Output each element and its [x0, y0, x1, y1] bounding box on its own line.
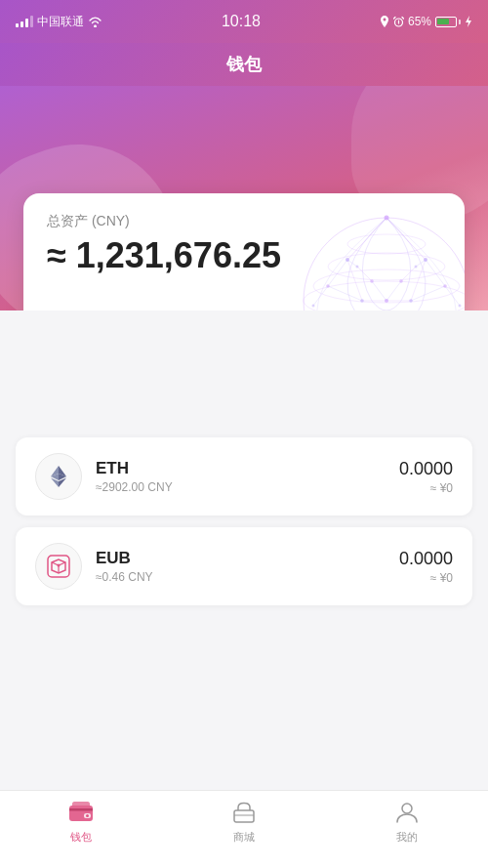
tab-shop[interactable]: 商城: [163, 799, 326, 845]
svg-line-22: [426, 260, 445, 286]
svg-line-26: [411, 260, 426, 301]
wallet-tab-label: 钱包: [70, 830, 92, 845]
svg-point-1: [304, 218, 465, 310]
battery-icon: [435, 17, 461, 27]
svg-rect-46: [69, 806, 93, 821]
eub-logo: [45, 553, 72, 580]
wallet-tab-icon: [67, 799, 95, 826]
eub-balance: 0.0000 ≈ ¥0: [399, 549, 453, 585]
alarm-icon: [393, 16, 404, 27]
status-bar: 中国联通 10:18 65%: [0, 0, 488, 43]
eth-amount: 0.0000: [399, 459, 453, 479]
battery-percent: 65%: [408, 15, 431, 28]
eub-symbol: EUB: [96, 549, 399, 568]
svg-line-29: [328, 286, 362, 301]
eth-price: ≈2902.00 CNY: [96, 480, 399, 494]
eth-cny: ≈ ¥0: [399, 481, 453, 495]
wifi-icon: [88, 17, 102, 27]
eub-info: EUB ≈0.46 CNY: [96, 549, 399, 584]
dome-decoration: [289, 193, 465, 310]
tab-wallet[interactable]: 钱包: [0, 799, 163, 845]
svg-point-49: [86, 814, 89, 817]
eth-logo: [45, 463, 72, 490]
tab-profile[interactable]: 我的: [325, 799, 488, 845]
svg-point-5: [347, 234, 426, 254]
svg-rect-50: [234, 810, 254, 822]
eub-icon-container: [35, 543, 82, 590]
svg-rect-47: [69, 808, 93, 811]
wallet-card: 总资产 (CNY) ≈ 1,231,676.25: [23, 193, 465, 310]
status-right: 65%: [380, 15, 472, 28]
token-item-eth[interactable]: ETH ≈2902.00 CNY 0.0000 ≈ ¥0: [16, 437, 472, 516]
status-time: 10:18: [222, 13, 261, 30]
svg-line-23: [328, 260, 347, 286]
svg-line-28: [411, 286, 445, 301]
profile-tab-label: 我的: [396, 830, 418, 845]
profile-tab-icon: [393, 799, 421, 826]
svg-point-3: [313, 269, 460, 303]
eub-cny: ≈ ¥0: [399, 571, 453, 585]
tab-bar: 钱包 商城 我的: [0, 790, 488, 868]
location-icon: [380, 16, 389, 27]
svg-line-27: [347, 260, 362, 301]
svg-line-33: [372, 281, 386, 301]
shop-tab-icon: [230, 799, 258, 826]
page-title: 钱包: [226, 53, 262, 76]
status-left: 中国联通: [16, 14, 102, 30]
token-item-eub[interactable]: EUB ≈0.46 CNY 0.0000 ≈ ¥0: [16, 527, 472, 605]
signal-icon: [16, 16, 33, 27]
eub-price: ≈0.46 CNY: [96, 570, 399, 584]
eub-amount: 0.0000: [399, 549, 453, 569]
svg-line-32: [386, 281, 401, 301]
svg-point-52: [402, 804, 412, 813]
main-content: ETH ≈2902.00 CNY 0.0000 ≈ ¥0 EUB ≈0.46 C…: [0, 437, 488, 605]
eth-info: ETH ≈2902.00 CNY: [96, 459, 399, 494]
page-header: 钱包: [0, 43, 488, 86]
carrier-label: 中国联通: [37, 14, 84, 30]
svg-point-4: [328, 253, 445, 280]
eth-icon-container: [35, 453, 82, 500]
eth-symbol: ETH: [96, 459, 399, 478]
shop-tab-label: 商城: [233, 830, 255, 845]
gradient-background: 总资产 (CNY) ≈ 1,231,676.25: [0, 86, 488, 310]
charging-icon: [465, 16, 472, 27]
svg-point-45: [58, 564, 61, 567]
eth-balance: 0.0000 ≈ ¥0: [399, 459, 453, 495]
